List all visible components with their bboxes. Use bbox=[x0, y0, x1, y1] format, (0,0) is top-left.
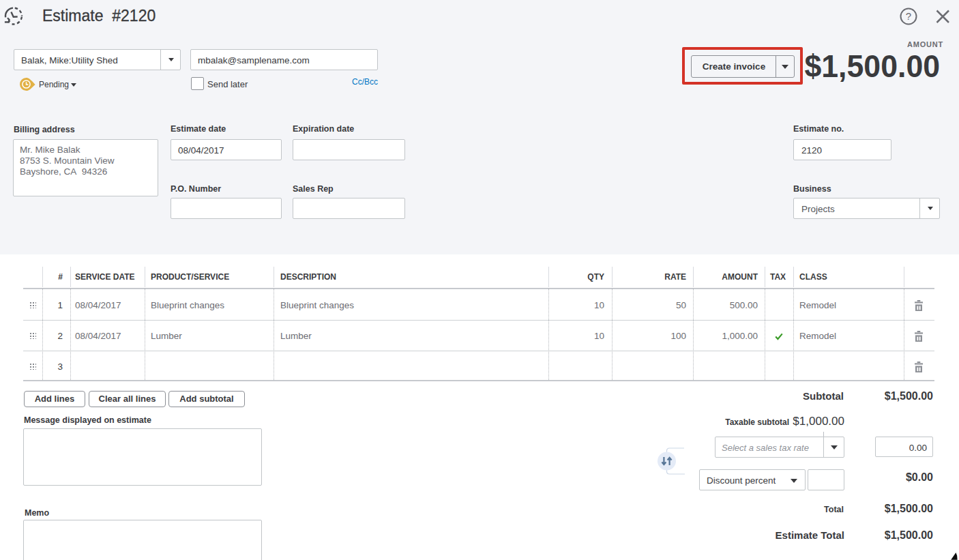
svg-text:?: ? bbox=[906, 10, 911, 22]
